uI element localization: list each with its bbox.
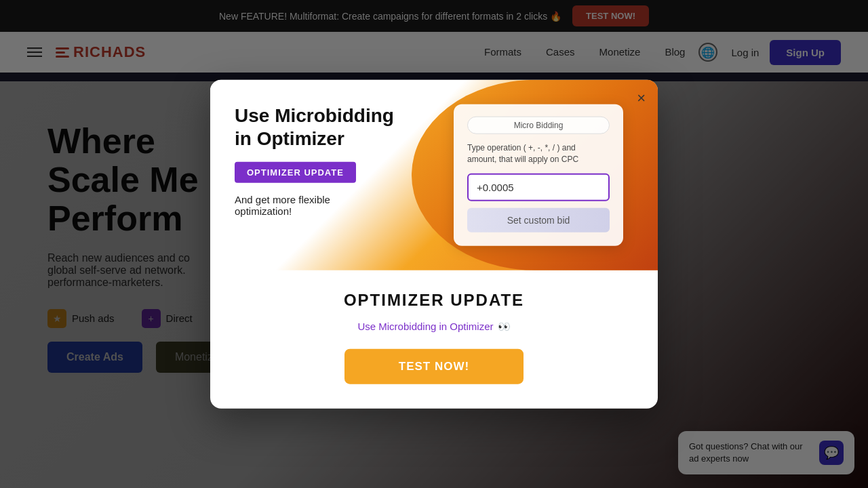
set-custom-bid-button[interactable]: Set custom bid	[467, 207, 610, 232]
micro-bidding-badge: Micro Bidding	[467, 117, 610, 134]
micro-bidding-widget: Micro Bidding Type operation ( +, -, *, …	[454, 104, 623, 246]
modal-top-section: Use Microbiddingin Optimizer OPTIMIZER U…	[210, 80, 658, 270]
modal-bottom-section: OPTIMIZER UPDATE Use Microbidding in Opt…	[210, 270, 658, 408]
modal-left-content: Use Microbiddingin Optimizer OPTIMIZER U…	[235, 104, 443, 246]
close-button[interactable]: ×	[637, 89, 646, 107]
modal-link-text: Use Microbidding in Optimizer	[357, 321, 493, 332]
custom-bid-input[interactable]	[467, 173, 610, 201]
modal-test-now-button[interactable]: TEST NOW!	[344, 348, 524, 384]
modal-top-subtitle: And get more flexibleoptimization!	[235, 194, 443, 217]
widget-description: Type operation ( +, -, *, / ) andamount,…	[467, 142, 610, 165]
modal-link[interactable]: Use Microbidding in Optimizer 👀	[237, 320, 631, 332]
modal-right-widget: Micro Bidding Type operation ( +, -, *, …	[443, 104, 633, 246]
optimizer-badge: OPTIMIZER UPDATE	[235, 162, 356, 183]
optimizer-modal: × Use Microbiddingin Optimizer OPTIMIZER…	[210, 80, 658, 409]
modal-bottom-title: OPTIMIZER UPDATE	[237, 290, 631, 309]
modal-top-title: Use Microbiddingin Optimizer	[235, 104, 443, 150]
modal-link-emoji: 👀	[498, 320, 511, 332]
